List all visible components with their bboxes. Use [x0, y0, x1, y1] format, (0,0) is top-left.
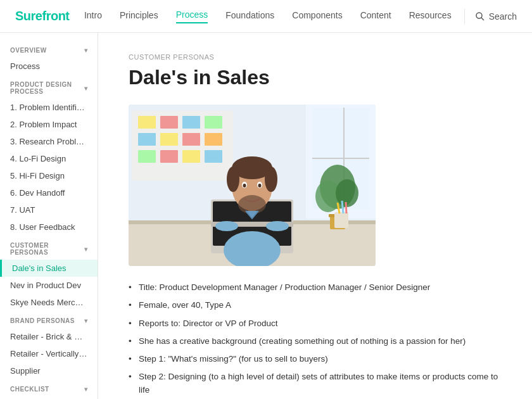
sidebar-section-product-design-header[interactable]: PRODUCT DESIGN PROCESS ▾ [0, 77, 98, 99]
sidebar-section-brand-personas: BRAND PERSONAS ▾ Retailer - Brick & Mort… [0, 314, 98, 379]
chevron-down-icon: ▾ [84, 47, 88, 54]
svg-point-46 [266, 221, 289, 231]
nav-foundations[interactable]: Foundations [225, 10, 274, 23]
sidebar-item-lofi[interactable]: 4. Lo-Fi Design [0, 150, 98, 167]
list-item: Step 1: "What's missing?" (for us to sel… [129, 353, 502, 365]
svg-rect-13 [138, 116, 156, 129]
svg-rect-30 [334, 212, 348, 228]
chevron-down-icon-3: ▾ [84, 246, 88, 253]
svg-point-45 [215, 221, 238, 231]
sidebar-section-overview: OVERVIEW ▾ Process [0, 43, 98, 75]
sidebar-section-checklist-header[interactable]: CHECKLIST ▾ [0, 382, 98, 396]
svg-rect-22 [160, 150, 178, 163]
sidebar-section-overview-label: OVERVIEW [10, 47, 47, 54]
nav-process[interactable]: Process [176, 10, 208, 23]
sidebar-item-uat[interactable]: 7. UAT [0, 201, 98, 218]
sidebar-section-product-design: PRODUCT DESIGN PROCESS ▾ 1. Problem Iden… [0, 77, 98, 236]
sidebar-item-retailer-vert[interactable]: Retailer - Vertically Integrat... [0, 345, 98, 362]
svg-point-0 [476, 13, 482, 18]
sidebar-item-supplier[interactable]: Supplier [0, 362, 98, 379]
sidebar-item-retailer-brick[interactable]: Retailer - Brick & Mortar [0, 328, 98, 345]
sidebar-item-problem-id[interactable]: 1. Problem Identification [0, 99, 98, 116]
logo-prefix: Sure [15, 9, 42, 23]
svg-point-27 [336, 179, 358, 207]
svg-rect-17 [138, 133, 156, 146]
search-icon [475, 11, 485, 22]
logo-suffix: front [42, 9, 69, 23]
nav-links: Intro Principles Process Foundations Com… [84, 10, 452, 23]
chevron-down-icon-4: ▾ [84, 317, 88, 324]
sidebar-section-checklist-label: CHECKLIST [10, 386, 49, 393]
svg-rect-15 [182, 116, 200, 129]
nav-content[interactable]: Content [360, 10, 391, 23]
svg-line-33 [346, 202, 346, 213]
sidebar-section-checklist: CHECKLIST ▾ Product Design Checklist [0, 382, 98, 399]
sidebar-item-dales[interactable]: Dale's in Sales [0, 260, 98, 277]
persona-image [129, 104, 376, 266]
sidebar-section-customer-personas-header[interactable]: CUSTOMER PERSONAS ▾ [0, 238, 98, 260]
sidebar: OVERVIEW ▾ Process PRODUCT DESIGN PROCES… [0, 33, 98, 399]
top-navigation: Surefront Intro Principles Process Found… [0, 0, 532, 33]
sidebar-item-skye[interactable]: Skye Needs Merch to Buy [0, 294, 98, 311]
sidebar-item-process[interactable]: Process [0, 58, 98, 75]
sidebar-item-checklist[interactable]: Product Design Checklist [0, 396, 98, 399]
search-button[interactable]: Search [475, 11, 517, 22]
svg-rect-23 [182, 150, 200, 163]
svg-line-32 [342, 201, 343, 213]
sidebar-item-research[interactable]: 3. Research Problem [0, 133, 98, 150]
svg-rect-14 [160, 116, 178, 129]
svg-point-43 [243, 184, 246, 187]
svg-rect-20 [205, 133, 222, 146]
page-title: Dale's in Sales [129, 66, 502, 89]
sidebar-item-problem-impact[interactable]: 2. Problem Impact [0, 116, 98, 133]
chevron-down-icon-5: ▾ [84, 386, 88, 393]
search-label: Search [489, 11, 517, 22]
svg-rect-16 [205, 116, 222, 129]
list-item: Reports to: Director or VP of Product [129, 317, 502, 330]
sidebar-item-nev[interactable]: Nev in Product Dev [0, 277, 98, 294]
nav-components[interactable]: Components [292, 10, 342, 23]
svg-rect-24 [205, 150, 222, 163]
page-layout: OVERVIEW ▾ Process PRODUCT DESIGN PROCES… [0, 33, 532, 399]
main-content: CUSTOMER PERSONAS Dale's in Sales [98, 33, 532, 399]
nav-divider [464, 9, 465, 24]
sidebar-section-customer-personas-label: CUSTOMER PERSONAS [10, 242, 84, 256]
list-item: She has a creative background (creating … [129, 335, 502, 348]
nav-resources[interactable]: Resources [409, 10, 452, 23]
sidebar-section-brand-personas-header[interactable]: BRAND PERSONAS ▾ [0, 314, 98, 328]
svg-rect-18 [160, 133, 178, 146]
nav-principles[interactable]: Principles [120, 10, 158, 23]
persona-illustration [129, 104, 376, 266]
sidebar-item-hifi[interactable]: 5. Hi-Fi Design [0, 167, 98, 184]
sidebar-item-user-feedback[interactable]: 8. User Feedback [0, 218, 98, 236]
svg-point-44 [258, 184, 262, 187]
sidebar-section-product-design-label: PRODUCT DESIGN PROCESS [10, 81, 84, 95]
sidebar-section-overview-header[interactable]: OVERVIEW ▾ [0, 43, 98, 58]
svg-rect-21 [138, 150, 156, 163]
nav-intro[interactable]: Intro [84, 10, 102, 23]
sidebar-section-brand-personas-label: BRAND PERSONAS [10, 317, 75, 324]
list-item: Title: Product Development Manager / Pro… [129, 281, 502, 294]
list-item: Step 2: Designing (to a high level of de… [129, 370, 502, 396]
logo[interactable]: Surefront [15, 9, 70, 23]
sidebar-item-dev-handoff[interactable]: 6. Dev Handoff [0, 184, 98, 201]
breadcrumb: CUSTOMER PERSONAS [129, 53, 502, 61]
sidebar-section-customer-personas: CUSTOMER PERSONAS ▾ Dale's in Sales Nev … [0, 238, 98, 311]
svg-point-38 [227, 167, 239, 192]
persona-details-list: Title: Product Development Manager / Pro… [129, 281, 502, 399]
list-item: Female, over 40, Type A [129, 299, 502, 312]
svg-point-39 [265, 167, 277, 192]
svg-line-1 [481, 18, 484, 20]
chevron-down-icon-2: ▾ [84, 85, 88, 92]
svg-rect-19 [182, 133, 200, 146]
